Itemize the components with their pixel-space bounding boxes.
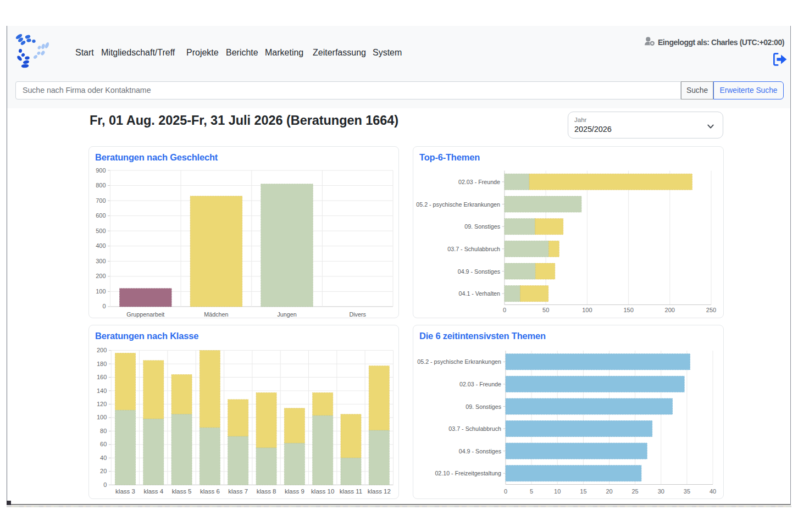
svg-text:100: 100	[96, 288, 106, 295]
svg-text:klass 12: klass 12	[368, 488, 391, 495]
svg-text:140: 140	[97, 387, 107, 394]
svg-text:klass 5: klass 5	[172, 488, 192, 495]
svg-text:Gruppenarbeit: Gruppenarbeit	[126, 311, 164, 318]
svg-text:02.03 - Freunde: 02.03 - Freunde	[459, 381, 501, 387]
svg-text:50: 50	[542, 307, 549, 313]
svg-text:klass 10: klass 10	[311, 488, 334, 495]
svg-text:02.10 - Freizeitgestaltung: 02.10 - Freizeitgestaltung	[435, 470, 501, 476]
svg-text:0: 0	[102, 303, 106, 309]
svg-text:04.9 - Sonstiges: 04.9 - Sonstiges	[458, 268, 500, 275]
svg-text:400: 400	[96, 242, 106, 249]
svg-text:700: 700	[96, 197, 106, 204]
svg-text:03.7 - Schulabbruch: 03.7 - Schulabbruch	[448, 425, 501, 432]
svg-text:Divers: Divers	[349, 311, 366, 318]
svg-text:500: 500	[96, 228, 106, 234]
svg-text:klass 8: klass 8	[257, 488, 276, 495]
svg-text:09. Sonstiges: 09. Sonstiges	[465, 403, 501, 410]
svg-text:35: 35	[684, 488, 690, 495]
svg-text:160: 160	[97, 374, 107, 380]
svg-text:600: 600	[96, 212, 106, 219]
svg-text:klass 9: klass 9	[285, 488, 304, 495]
svg-text:0: 0	[504, 488, 507, 495]
svg-text:80: 80	[100, 428, 107, 434]
svg-text:klass 7: klass 7	[228, 488, 248, 495]
svg-text:09. Sonstiges: 09. Sonstiges	[464, 223, 500, 230]
svg-text:150: 150	[623, 307, 633, 313]
svg-text:Mädchen: Mädchen	[204, 311, 228, 318]
svg-text:04.1 - Verhalten: 04.1 - Verhalten	[459, 290, 501, 297]
svg-text:15: 15	[580, 488, 586, 495]
svg-text:60: 60	[100, 441, 107, 447]
svg-text:200: 200	[97, 347, 107, 353]
svg-text:02.03 - Freunde: 02.03 - Freunde	[458, 179, 500, 185]
svg-text:05.2 - psychische Erkrankungen: 05.2 - psychische Erkrankungen	[416, 201, 500, 208]
svg-text:25: 25	[631, 488, 638, 495]
svg-text:klass 11: klass 11	[340, 488, 362, 495]
svg-text:klass 4: klass 4	[143, 488, 163, 495]
svg-text:0: 0	[503, 307, 506, 313]
svg-text:100: 100	[582, 307, 592, 313]
svg-text:20: 20	[100, 468, 107, 474]
svg-text:klass 6: klass 6	[200, 488, 220, 495]
svg-text:180: 180	[97, 361, 107, 367]
svg-text:klass 3: klass 3	[115, 488, 135, 495]
svg-text:05.2 - psychische Erkrankungen: 05.2 - psychische Erkrankungen	[417, 358, 501, 365]
svg-text:03.7 - Schulabbruch: 03.7 - Schulabbruch	[447, 246, 500, 252]
svg-text:20: 20	[606, 488, 612, 495]
svg-text:40: 40	[710, 488, 716, 495]
svg-text:900: 900	[96, 167, 106, 174]
svg-text:250: 250	[706, 307, 716, 313]
svg-text:04.9 - Sonstiges: 04.9 - Sonstiges	[459, 448, 501, 455]
svg-text:200: 200	[665, 307, 675, 313]
svg-text:5: 5	[530, 488, 533, 495]
svg-text:30: 30	[658, 488, 664, 495]
svg-text:Jungen: Jungen	[277, 311, 296, 318]
svg-text:800: 800	[96, 182, 106, 189]
svg-text:40: 40	[100, 455, 107, 461]
svg-text:10: 10	[554, 488, 561, 495]
svg-text:100: 100	[97, 414, 107, 420]
svg-text:200: 200	[96, 273, 106, 279]
svg-text:300: 300	[96, 258, 106, 264]
svg-text:120: 120	[97, 401, 107, 407]
svg-text:0: 0	[103, 481, 107, 488]
